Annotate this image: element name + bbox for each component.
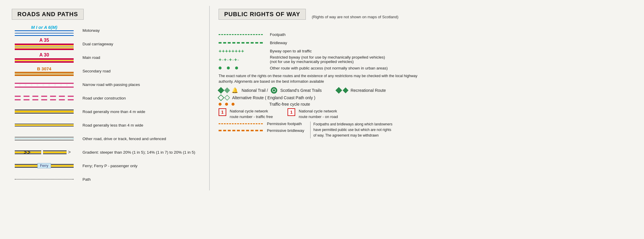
narrow-symbol [12,79,77,90]
motorway-symbol: M I or A 6(M) [12,25,77,36]
other-route-label: Other route with public access (not norm… [270,66,388,70]
diamond-filled-2 [224,87,230,93]
motorway-row: M I or A 6(M) Motorway [12,25,200,36]
road4m-more-row: Road generally more than 4 m wide [12,106,200,117]
cycle-box-on-road: 1 [288,108,295,116]
main-road-label: A 30 [39,52,49,58]
narrow-row: Narrow road with passing places [12,79,200,90]
dual-symbol: A 35 [12,39,77,49]
national-trail-symbols: 🔔 [219,87,239,94]
other-road-description: Other road, drive or track, fenced and u… [77,137,166,141]
path-symbol [12,174,77,185]
dual-label: A 35 [39,38,49,43]
road4m-less-description: Road generally less than 4 m wide [77,123,143,127]
road4m-more-symbol [12,106,77,117]
secondary-description: Secondary road [77,69,110,73]
alternative-route-row: Alternative Route ( England Coast Path o… [219,95,632,100]
permissive-bridleway-row: Permissive bridleway [219,128,304,133]
other-route-row: Other route with public access (not norm… [219,64,632,72]
exact-nature-text: The exact nature of the rights on these … [219,73,419,85]
path-row: Path [12,174,200,185]
dual-description: Dual carriageway [77,42,113,46]
restricted-byway-row: + - + - + - + - Restricted byway (not fo… [219,55,632,64]
left-panel: ROADS AND PATHS M I or A 6(M) Motorway [6,6,206,190]
cycle-box-traffic-free: 1 [219,108,226,116]
cycle-network-on-road-text: National cycle network route number - on… [299,108,338,120]
construction-description: Road under construction [77,96,126,100]
national-trail-row: 🔔 National Trail / Scotland's Great Trai… [219,87,632,94]
byway-row: + + + + + + + + Byway open to all traffi… [219,47,632,55]
alt-diamond-outline-2 [224,95,230,101]
rec-diamond-2 [343,87,349,93]
cycle-network-container: 1 National cycle network route number - … [219,108,632,120]
main-road-row: A 30 Main road [12,52,200,63]
alternative-route-symbols [219,95,229,100]
bell-icon: 🔔 [232,87,238,94]
footpath-symbol [219,34,266,35]
rights-note: (Rights of way are not shown on maps of … [312,15,398,19]
ferry-symbol: Ferry [12,160,77,171]
footpath-row: Footpath [219,30,632,39]
alternative-route-label: Alternative Route ( England Coast Path o… [232,95,316,100]
permissive-note: Footpaths and bridleways along which lan… [310,122,393,139]
secondary-label: B 3074 [37,66,51,71]
construction-row: Road under construction [12,93,200,103]
recreational-route-label: Recreational Route [351,88,386,93]
cycle-network-on-road: 1 National cycle network route number - … [288,108,338,120]
cycle-dot-2 [225,103,228,106]
dot2 [227,67,230,69]
left-section-title: ROADS AND PATHS [12,9,84,20]
cycle-route-row: Traffic-free cycle route [219,102,632,107]
cycle-box-number-2: 1 [290,110,293,114]
road4m-less-row: Road generally less than 4 m wide [12,120,200,130]
scotland-trails-label: Scotland's Great Trails [280,88,321,93]
main-road-symbol: A 30 [12,52,77,63]
right-header: PUBLIC RIGHTS OF WAY (Rights of way are … [219,9,632,25]
gradient-description: Gradient: steeper than 20% (1 in 5); 14%… [77,150,195,155]
permissive-footpath-symbol [219,123,263,124]
construction-symbol [12,93,77,103]
restricted-byway-text-line2: (not for use by mechanically propelled v… [270,59,385,64]
bridleway-row: Bridleway [219,39,632,47]
other-road-symbol [12,133,77,144]
permissive-footpath-label: Permissive footpath [267,122,302,126]
restricted-byway-text-line1: Restricted byway (not for use by mechani… [270,55,385,59]
cycle-network-traffic-free: 1 National cycle network route number - … [219,108,273,120]
right-section-title: PUBLIC RIGHTS OF WAY [219,9,306,20]
rec-diamond-1 [336,87,342,94]
permissive-footpath-row: Permissive footpath [219,122,304,126]
ferry-box: Ferry [37,163,51,168]
secondary-symbol: B 3074 [12,66,77,76]
path-description: Path [77,177,91,182]
cycle-box-number-1: 1 [221,110,224,114]
main-road-description: Main road [77,55,100,60]
ferry-description: Ferry; Ferry P - passenger only [77,164,138,168]
road4m-more-description: Road generally more than 4 m wide [77,109,145,114]
byway-symbol: + + + + + + + + [219,49,266,54]
divider [209,6,210,190]
footpath-label: Footpath [270,32,285,37]
motorway-label: M I or A 6(M) [31,25,57,30]
restricted-byway-label: Restricted byway (not for use by mechani… [270,55,385,64]
bridleway-label: Bridleway [270,41,287,45]
diamond-filled-1 [218,87,224,94]
main-container: ROADS AND PATHS M I or A 6(M) Motorway [6,6,638,190]
permissive-note-text: Footpaths and bridleways along which lan… [313,122,393,139]
cycle-route-label: Traffic-free cycle route [269,102,310,107]
dot3 [235,67,238,69]
permissive-bridleway-symbol [219,130,263,131]
gradient-row: >> > Gradient: steeper than 20% (1 in 5)… [12,147,200,157]
bridleway-symbol [219,42,266,44]
permissive-lines: Permissive footpath Permissive bridleway [219,122,304,133]
gradient-symbol: >> > [12,147,77,157]
narrow-description: Narrow road with passing places [77,82,140,87]
other-road-row: Other road, drive or track, fenced and u… [12,133,200,144]
other-route-symbol [219,67,266,69]
national-trail-label: National Trail / [242,88,268,93]
ferry-row: Ferry Ferry; Ferry P - passenger only [12,160,200,171]
cycle-dot-1 [219,103,222,106]
dual-row: A 35 Dual carriageway [12,39,200,49]
permissive-bridleway-label: Permissive bridleway [267,128,304,133]
cycle-network-traffic-free-text: National cycle network route number - tr… [230,108,273,120]
dot1 [219,67,222,69]
